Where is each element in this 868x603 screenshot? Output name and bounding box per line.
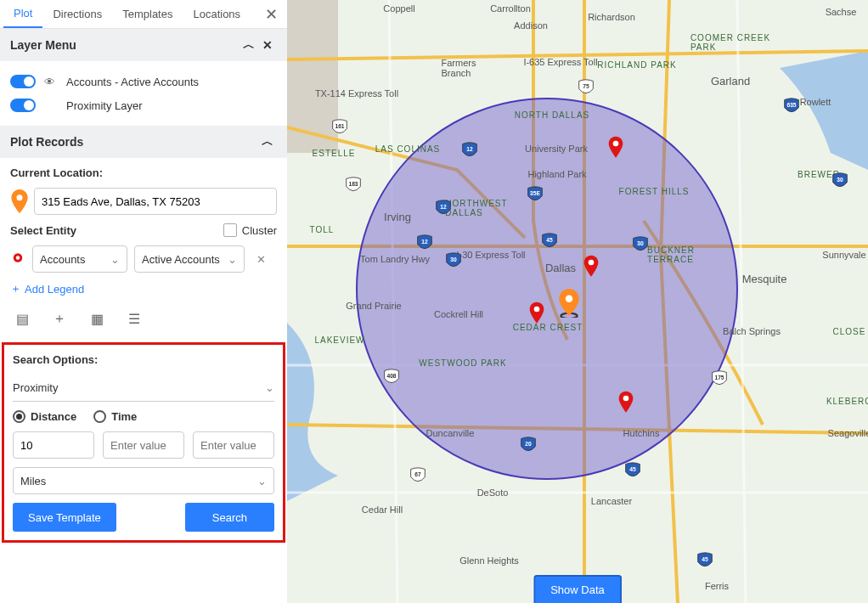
tab-plot[interactable]: Plot bbox=[3, 0, 42, 28]
map-label: I-635 Express Toll bbox=[523, 57, 597, 67]
sidebar: Plot Directions Templates Locations ✕ La… bbox=[0, 0, 287, 603]
plot-records-title: Plot Records bbox=[10, 135, 83, 149]
layer-toggle[interactable] bbox=[10, 75, 36, 88]
view-mode-icons: ▤ ＋ ▦ ☰ bbox=[10, 305, 277, 332]
route-shield-icon: 30 bbox=[831, 172, 848, 189]
map-label: Dallas bbox=[545, 262, 576, 274]
document-icon[interactable]: ▤ bbox=[14, 310, 31, 327]
svg-text:35E: 35E bbox=[530, 190, 540, 196]
route-shield-icon: 67 bbox=[409, 467, 426, 484]
svg-text:12: 12 bbox=[466, 146, 473, 152]
map-label: WESTWOOD PARK bbox=[419, 358, 506, 368]
route-shield-icon: 35E bbox=[527, 186, 544, 203]
map-label: Richardson bbox=[588, 12, 635, 22]
save-template-button[interactable]: Save Template bbox=[13, 503, 116, 532]
layer-menu-header: Layer Menu ︿ ✕ bbox=[0, 29, 287, 61]
route-shield-icon: 45 bbox=[624, 462, 641, 479]
svg-point-2 bbox=[16, 256, 20, 260]
value1-input[interactable] bbox=[13, 431, 94, 459]
svg-text:12: 12 bbox=[421, 239, 428, 245]
value2-input[interactable] bbox=[103, 431, 184, 459]
search-button[interactable]: Search bbox=[185, 503, 274, 532]
close-layer-icon[interactable]: ✕ bbox=[258, 38, 277, 52]
show-data-button[interactable]: Show Data bbox=[533, 575, 622, 603]
cluster-checkbox[interactable] bbox=[223, 223, 237, 237]
distance-label: Distance bbox=[31, 410, 76, 423]
chevron-down-icon: ⌄ bbox=[228, 253, 237, 266]
map-label: University Park bbox=[525, 144, 588, 154]
layer-menu-title: Layer Menu bbox=[10, 38, 76, 52]
add-legend-button[interactable]: ＋ Add Legend bbox=[10, 281, 277, 296]
unit-value: Miles bbox=[20, 475, 46, 487]
plus-icon: ＋ bbox=[10, 281, 21, 296]
map-label: FOREST HILLS bbox=[619, 187, 690, 196]
map-label: Sachse bbox=[826, 7, 857, 17]
search-options-title: Search Options: bbox=[13, 353, 274, 366]
value3-input[interactable] bbox=[193, 431, 274, 459]
route-shield-icon: 30 bbox=[632, 236, 649, 253]
map-label: ESTELLE bbox=[313, 149, 356, 158]
map-label: Balch Springs bbox=[723, 326, 781, 336]
layer-row: 👁 Proximity Layer bbox=[10, 93, 277, 117]
layer-toggle[interactable] bbox=[10, 99, 36, 112]
svg-text:183: 183 bbox=[348, 181, 358, 187]
unit-select[interactable]: Miles ⌄ bbox=[13, 467, 274, 494]
svg-text:161: 161 bbox=[335, 123, 344, 129]
collapse-layer-icon[interactable]: ︿ bbox=[240, 37, 258, 53]
map-label: Sunnyvale bbox=[822, 250, 865, 260]
map-label: Cockrell Hill bbox=[434, 309, 483, 319]
entity-select[interactable]: Accounts ⌄ bbox=[32, 245, 127, 273]
svg-text:175: 175 bbox=[714, 375, 724, 380]
view-select[interactable]: Active Accounts ⌄ bbox=[134, 245, 245, 273]
map-label: TX-114 Express Toll bbox=[315, 88, 398, 99]
route-shield-icon: 12 bbox=[461, 142, 478, 159]
svg-text:30: 30 bbox=[450, 256, 457, 262]
svg-text:67: 67 bbox=[414, 471, 421, 477]
distance-radio[interactable] bbox=[13, 410, 25, 423]
map-label: CEDAR CREST bbox=[513, 323, 583, 332]
location-pin-icon bbox=[10, 189, 29, 213]
tab-locations[interactable]: Locations bbox=[183, 0, 251, 28]
svg-point-29 bbox=[623, 396, 629, 402]
remove-entity-icon[interactable]: ✕ bbox=[251, 253, 270, 266]
layer-label: Proximity Layer bbox=[66, 99, 143, 112]
plot-records-header: Plot Records ︿ bbox=[0, 126, 287, 158]
layer-label: Accounts - Active Accounts bbox=[66, 76, 199, 88]
svg-text:30: 30 bbox=[837, 177, 843, 183]
time-label: Time bbox=[111, 410, 137, 423]
add-legend-label: Add Legend bbox=[25, 283, 84, 296]
svg-point-5 bbox=[357, 99, 737, 479]
chevron-down-icon: ⌄ bbox=[257, 475, 267, 487]
map-label: RICHLAND PARK bbox=[597, 60, 676, 70]
current-location-input[interactable] bbox=[34, 188, 277, 215]
map-label: Carrollton bbox=[490, 3, 531, 14]
search-options-panel: Search Options: Proximity ⌄ Distance Tim… bbox=[2, 342, 285, 543]
svg-point-27 bbox=[589, 260, 595, 266]
map-label: Grand Prairie bbox=[346, 301, 401, 311]
map-label: Ferris bbox=[705, 581, 729, 591]
svg-text:12: 12 bbox=[440, 204, 447, 210]
map-label: TOLL bbox=[310, 225, 335, 234]
svg-text:635: 635 bbox=[786, 102, 796, 108]
map-label: DeSoto bbox=[477, 487, 509, 498]
tab-templates[interactable]: Templates bbox=[112, 0, 183, 28]
visibility-icon[interactable]: 👁 bbox=[44, 76, 58, 88]
tab-bar: Plot Directions Templates Locations ✕ bbox=[0, 0, 287, 29]
center-icon[interactable]: ＋ bbox=[51, 310, 68, 327]
svg-point-0 bbox=[17, 194, 23, 200]
search-type-select[interactable]: Proximity ⌄ bbox=[13, 375, 274, 402]
grid-icon[interactable]: ▦ bbox=[88, 310, 105, 327]
svg-point-25 bbox=[566, 295, 573, 302]
list-icon[interactable]: ☰ bbox=[126, 310, 143, 327]
map-label: CLOSE bbox=[833, 327, 866, 336]
map-label: Rowlett bbox=[800, 97, 831, 107]
collapse-plot-icon[interactable]: ︿ bbox=[258, 134, 277, 149]
close-panel-icon[interactable]: ✕ bbox=[258, 2, 284, 27]
map-canvas[interactable]: CoppellCarrolltonRichardsonSachseAddison… bbox=[287, 0, 868, 603]
svg-text:30: 30 bbox=[637, 240, 644, 246]
map-label: Mesquite bbox=[742, 273, 787, 285]
map-label: Lancaster bbox=[591, 496, 632, 506]
route-shield-icon: 635 bbox=[783, 98, 800, 115]
tab-directions[interactable]: Directions bbox=[42, 0, 112, 28]
time-radio[interactable] bbox=[93, 410, 106, 423]
